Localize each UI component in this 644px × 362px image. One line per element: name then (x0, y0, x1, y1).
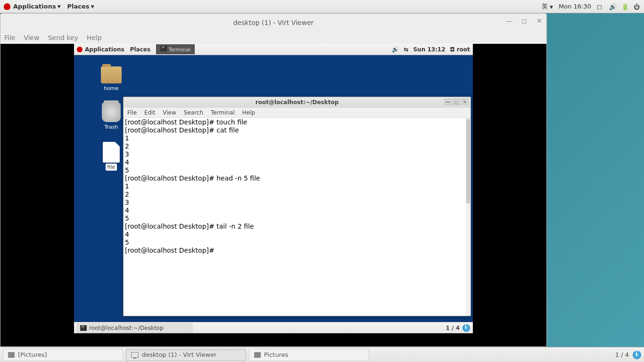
taskbar-item-pictures1[interactable]: [Pictures] (3, 349, 123, 361)
virt-viewer-title: desktop (1) - Virt Viewer (233, 19, 314, 26)
guest-user-menu[interactable]: ◘ root (450, 46, 470, 53)
guest-network-icon[interactable]: ⇆ (404, 46, 408, 53)
guest-workspace-indicator[interactable]: 1 / 4 (446, 325, 460, 331)
guest-taskbar-item-terminal[interactable]: root@localhost:~/Desktop (77, 323, 192, 333)
terminal-titlebar[interactable]: root@localhost:~/Desktop — ◻ ✕ (124, 97, 471, 107)
virt-viewer-window: desktop (1) - Virt Viewer — ◻ ✕ File Vie… (0, 13, 547, 347)
terminal-window: root@localhost:~/Desktop — ◻ ✕ File Edit… (123, 97, 471, 316)
vv-menu-file[interactable]: File (4, 34, 15, 41)
guest-volume-icon[interactable]: 🔊 (392, 46, 399, 53)
vv-menu-help[interactable]: Help (87, 34, 102, 41)
pictures-icon (254, 352, 261, 358)
battery-icon[interactable]: 🔋 (621, 3, 628, 10)
host-places-menu[interactable]: Places▼ (67, 3, 94, 10)
terminal-maximize-button[interactable]: ◻ (453, 99, 460, 105)
pictures-icon (8, 352, 15, 358)
host-clock[interactable]: Mon 16:30 (559, 3, 591, 10)
taskbar-item-pictures2[interactable]: Pictures (249, 349, 369, 361)
host-tray: 英 ▼ Mon 16:30 ◻ 🔊 🔋 ⏻ (542, 2, 640, 11)
monitor-icon (131, 352, 139, 358)
terminal-icon (80, 325, 87, 331)
guest-applications-menu[interactable]: Applications (85, 46, 124, 53)
guest-topbar-task-terminal[interactable]: Terminal (156, 44, 195, 54)
taskbar-item-virtviewer[interactable]: desktop (1) - Virt Viewer (126, 349, 246, 361)
guest-desktop: Applications Places Terminal 🔊 ⇆ Sun 13:… (74, 44, 473, 333)
terminal-close-button[interactable]: ✕ (461, 99, 469, 105)
redhat-icon (4, 3, 10, 10)
guest-places-menu[interactable]: Places (130, 46, 150, 53)
term-menu-file[interactable]: File (127, 109, 137, 116)
terminal-menubar: File Edit View Search Terminal Help (124, 107, 471, 118)
term-menu-search[interactable]: Search (184, 109, 203, 116)
host-topbar: Applications▼ Places▼ 英 ▼ Mon 16:30 ◻ 🔊 … (0, 0, 644, 13)
terminal-minimize-button[interactable]: — (444, 99, 452, 105)
guest-redhat-icon (77, 47, 83, 52)
guest-bottombar: root@localhost:~/Desktop 1 / 4 (74, 322, 473, 333)
maximize-button[interactable]: ◻ (521, 17, 528, 24)
term-menu-view[interactable]: View (163, 109, 176, 116)
document-icon (103, 142, 120, 163)
host-applications-menu[interactable]: Applications▼ (13, 3, 61, 10)
desktop-icon-home[interactable]: home (95, 66, 128, 91)
term-menu-help[interactable]: Help (242, 109, 255, 116)
vv-menu-sendkey[interactable]: Send key (48, 34, 78, 41)
close-button[interactable]: ✕ (536, 17, 543, 24)
terminal-body[interactable]: [root@localhost Desktop]# touch file [ro… (124, 118, 471, 316)
trash-icon (102, 102, 121, 122)
power-icon[interactable]: ⏻ (634, 3, 640, 10)
folder-icon (101, 66, 122, 83)
host-taskbar: [Pictures] desktop (1) - Virt Viewer Pic… (0, 347, 644, 362)
term-menu-edit[interactable]: Edit (144, 109, 155, 116)
terminal-scrollbar[interactable] (466, 118, 471, 316)
vv-menu-view[interactable]: View (24, 34, 39, 41)
guest-info-icon[interactable] (462, 324, 470, 332)
virt-viewer-menubar: File View Send key Help (0, 32, 546, 44)
host-info-icon[interactable] (633, 351, 641, 359)
virt-viewer-titlebar[interactable]: desktop (1) - Virt Viewer — ◻ ✕ (0, 14, 546, 32)
guest-topbar: Applications Places Terminal 🔊 ⇆ Sun 13:… (74, 44, 473, 55)
volume-icon[interactable]: 🔊 (609, 3, 616, 10)
guest-clock[interactable]: Sun 13:12 (413, 46, 445, 53)
host-workspace-indicator[interactable]: 1 / 4 (615, 351, 629, 358)
minimize-button[interactable]: — (506, 17, 512, 24)
term-menu-terminal[interactable]: Terminal (211, 109, 235, 116)
screen-icon[interactable]: ◻ (597, 3, 603, 10)
ime-indicator[interactable]: 英 ▼ (542, 2, 553, 11)
virt-viewer-content: Applications Places Terminal 🔊 ⇆ Sun 13:… (0, 44, 546, 346)
